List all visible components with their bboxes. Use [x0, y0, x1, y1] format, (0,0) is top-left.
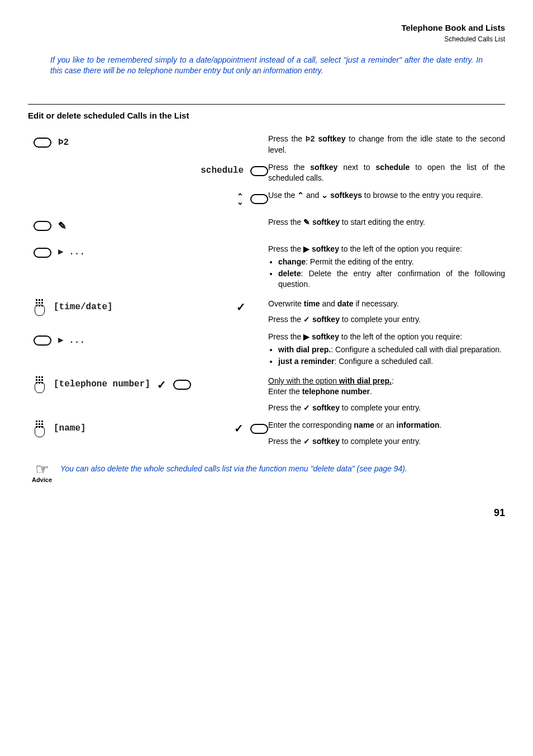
step-row: ▶ ... Press the ▶ softkey to the left of…: [34, 329, 505, 369]
softkey-oval-icon: [34, 138, 51, 148]
keypad-icon: [34, 299, 47, 316]
keypad-icon: [34, 376, 47, 393]
step-description: Enter the corresponding name or an infor…: [268, 418, 505, 447]
section-title: Edit or delete scheduled Calls in the Li…: [28, 104, 505, 121]
step-description: Press the Þ2 softkey to change from the …: [268, 131, 505, 155]
step-row: ▶ ... Press the ▶ softkey to the left of…: [34, 242, 505, 292]
lcd-text: Þ2: [58, 137, 69, 149]
step-description: Use the ⌃ and ⌄ softkeys to browse to th…: [268, 188, 505, 201]
step-row: ✎ Press the ✎ softkey to start editing t…: [34, 215, 505, 237]
lcd-text: [name]: [54, 423, 86, 435]
check-icon: ✓: [234, 421, 244, 436]
step-description: Only with the option with dial prep.: En…: [268, 374, 505, 413]
step-row: Þ2 Press the Þ2 softkey to change from t…: [34, 131, 505, 155]
step-description: Overwrite time and date if necessary. Pr…: [268, 296, 505, 325]
step-description: Press the softkey next to schedule to op…: [268, 160, 505, 183]
softkey-oval-icon: [34, 248, 51, 258]
step-row: schedule Press the softkey next to sched…: [34, 160, 505, 183]
step-description: Press the ▶ softkey to the left of the o…: [268, 329, 505, 369]
lcd-text: schedule: [201, 165, 244, 177]
step-row: ⌃⌄ Use the ⌃ and ⌄ softkeys to browse to…: [34, 188, 505, 210]
lcd-text: [time/date]: [54, 301, 113, 314]
check-icon: ✓: [157, 377, 166, 393]
softkey-oval-icon: [34, 221, 51, 231]
lcd-text: ▶ ...: [58, 335, 85, 347]
step-description: Press the ▶ softkey to the left of the o…: [268, 242, 505, 292]
softkey-oval-icon: [173, 380, 191, 390]
step-description: Press the ✎ softkey to start editing the…: [268, 215, 505, 228]
edit-icon: ✎: [58, 219, 66, 233]
softkey-oval-icon: [250, 194, 268, 204]
keypad-icon: [34, 420, 47, 437]
softkey-oval-icon: [34, 336, 51, 346]
page-subheading: Scheduled Calls List: [28, 35, 505, 44]
page-link[interactable]: page 94: [374, 464, 403, 473]
lcd-text: ▶ ...: [58, 247, 85, 259]
advice-text: You can also delete the whole scheduled …: [60, 464, 407, 474]
up-down-icon: ⌃⌄: [237, 193, 244, 205]
lcd-text: [telephone number]: [54, 379, 150, 391]
softkey-oval-icon: [250, 166, 268, 176]
step-row: [telephone number] ✓ Only with the optio…: [34, 374, 505, 413]
check-icon: ✓: [236, 300, 246, 315]
step-row: [name] ✓ Enter the corresponding name or…: [34, 418, 505, 447]
advice-icon: ☞ Advice: [28, 464, 56, 484]
page-number: 91: [28, 506, 505, 519]
page-heading: Telephone Book and Lists: [28, 22, 505, 34]
step-row: [time/date] ✓ Overwrite time and date if…: [34, 296, 505, 325]
softkey-oval-icon: [250, 424, 268, 434]
intro-paragraph: If you like to be remembered simply to a…: [50, 55, 483, 76]
